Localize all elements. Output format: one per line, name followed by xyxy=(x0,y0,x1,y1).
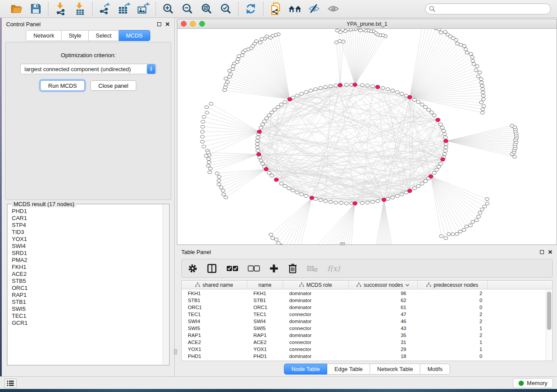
list-item[interactable]: PMA2 xyxy=(12,257,163,264)
list-item[interactable]: ACE2 xyxy=(12,271,163,278)
tab-motifs[interactable]: Motifs xyxy=(420,364,450,375)
show-columns-icon[interactable] xyxy=(207,263,217,274)
table-toolbar: f(x) xyxy=(181,259,553,278)
tab-network[interactable]: Network xyxy=(26,30,62,41)
table-row[interactable]: RAP1RAP1dominator352 xyxy=(182,332,546,339)
list-item[interactable]: SWI5 xyxy=(12,306,163,313)
list-item[interactable]: PHD1 xyxy=(12,208,163,215)
tab-style[interactable]: Style xyxy=(62,30,89,41)
table-scrollbar-thumb[interactable] xyxy=(547,292,551,330)
list-item[interactable]: FKH1 xyxy=(12,264,163,271)
table-scrollbar[interactable] xyxy=(546,290,552,361)
control-panel-tabs: NetworkStyleSelectMCDS xyxy=(2,30,174,41)
table-header-row: shared namenameMCDS rolesuccessor nodesp… xyxy=(182,281,552,289)
delete-column-icon[interactable] xyxy=(288,263,298,274)
attribute-type-icon xyxy=(426,282,431,287)
close-table-panel-icon[interactable]: ✕ xyxy=(548,249,553,255)
node-table: shared namenameMCDS rolesuccessor nodesp… xyxy=(181,280,553,361)
table-row[interactable]: YOX1YOX1connector291 xyxy=(182,346,546,353)
network-window-titlebar[interactable]: YPA_prune.txt_1 xyxy=(177,19,557,29)
list-item[interactable]: TID3 xyxy=(12,229,163,236)
table-row[interactable]: PHD1PHD1dominator180 xyxy=(182,353,546,360)
task-history-button[interactable] xyxy=(4,378,17,388)
network-window: YPA_prune.txt_1 xyxy=(177,19,557,245)
list-item[interactable]: CAR1 xyxy=(12,215,163,222)
list-item[interactable]: GCR1 xyxy=(12,320,163,327)
list-item[interactable]: RAP1 xyxy=(12,292,163,299)
export-image-icon[interactable] xyxy=(137,3,150,15)
zoom-in-icon[interactable] xyxy=(162,3,175,15)
table-panel: Table Panel ✕ f(x) shared namenameMC xyxy=(177,246,557,376)
tab-network-table[interactable]: Network Table xyxy=(370,364,420,375)
table-options-icon[interactable] xyxy=(188,264,197,273)
search-icon xyxy=(429,6,436,12)
close-panel-icon[interactable]: ✕ xyxy=(165,21,170,27)
attribute-type-icon xyxy=(356,282,361,287)
list-item[interactable]: ORC1 xyxy=(12,285,163,292)
list-item[interactable]: TEC1 xyxy=(12,313,163,320)
table-tabs: Node TableEdge TableNetwork TableMotifs xyxy=(177,364,557,375)
zoom-fit-icon[interactable] xyxy=(200,3,213,15)
column-header-name[interactable]: name xyxy=(247,281,283,289)
tab-select[interactable]: Select xyxy=(89,30,119,41)
mcds-result-title: MCDS result (17 nodes) xyxy=(12,201,76,207)
network-window-title: YPA_prune.txt_1 xyxy=(177,21,557,27)
zoom-out-icon[interactable] xyxy=(181,3,194,15)
function-builder-icon: f(x) xyxy=(327,264,340,273)
control-panel-title: Control Panel xyxy=(6,21,41,28)
panel-splitter-handle[interactable] xyxy=(174,349,177,354)
table-row[interactable]: ACE2ACE2connector311 xyxy=(182,339,546,346)
tab-mcds[interactable]: MCDS xyxy=(119,30,150,41)
table-row[interactable]: FKH1FKH1dominator962 xyxy=(182,290,546,297)
select-all-icon[interactable] xyxy=(226,265,239,272)
unselect-all-icon[interactable] xyxy=(248,265,260,272)
refresh-view-icon[interactable] xyxy=(244,3,257,15)
list-item[interactable]: STB1 xyxy=(12,299,163,306)
show-all-icon[interactable] xyxy=(327,3,340,15)
memory-label: Memory xyxy=(527,380,547,386)
destroy-table-icon xyxy=(307,265,318,272)
network-canvas[interactable] xyxy=(177,29,557,244)
desktop-background-bottom xyxy=(0,389,557,392)
tab-node-table[interactable]: Node Table xyxy=(284,364,328,375)
list-item[interactable]: SWI4 xyxy=(12,243,163,250)
save-session-icon[interactable] xyxy=(29,3,42,15)
column-header-shared-name[interactable]: shared name xyxy=(182,281,247,289)
open-session-icon[interactable] xyxy=(10,3,23,15)
table-row[interactable]: SWI5SWI5connector431 xyxy=(182,325,546,332)
mcds-panel: Optimization criterion: largest connecte… xyxy=(5,42,171,200)
import-network-icon[interactable] xyxy=(54,3,67,15)
float-table-panel-icon[interactable] xyxy=(540,250,544,254)
table-splitter-handle[interactable] xyxy=(340,242,345,245)
search-input[interactable] xyxy=(425,3,551,14)
table-body: FKH1FKH1dominator962STB1STB1dominator620… xyxy=(182,290,546,361)
column-header-mcds-role[interactable]: MCDS role xyxy=(283,281,349,289)
float-panel-icon[interactable] xyxy=(157,22,161,26)
list-item[interactable]: STB5 xyxy=(12,278,163,285)
control-panel: Control Panel ✕ NetworkStyleSelectMCDS O… xyxy=(2,18,175,376)
add-column-icon[interactable] xyxy=(269,264,279,273)
clone-network-icon[interactable] xyxy=(269,3,282,15)
list-item[interactable]: SRD1 xyxy=(12,250,163,257)
list-item[interactable]: YOX1 xyxy=(12,236,163,243)
column-header-successor-nodes[interactable]: successor nodes xyxy=(349,281,418,289)
table-row[interactable]: ORC1ORC1dominator610 xyxy=(182,304,546,311)
optimization-criterion-select[interactable]: largest connected component (undirected)… xyxy=(20,64,156,74)
table-row[interactable]: TEC1TEC1connector472 xyxy=(182,311,546,318)
run-mcds-button[interactable]: Run MCDS xyxy=(40,80,85,91)
first-neighbors-icon[interactable] xyxy=(288,3,301,15)
table-row[interactable]: SWI4SWI4dominator462 xyxy=(182,318,546,325)
column-header-predecessor-nodes[interactable]: predecessor nodes xyxy=(418,281,488,289)
export-network-icon[interactable] xyxy=(98,3,111,15)
zoom-selected-icon[interactable] xyxy=(219,3,232,15)
close-panel-button[interactable]: Close panel xyxy=(90,80,136,91)
table-row[interactable]: STB1STB1dominator620 xyxy=(182,297,546,304)
hide-selected-icon[interactable] xyxy=(308,3,321,15)
tab-edge-table[interactable]: Edge Table xyxy=(327,364,370,375)
import-table-icon[interactable] xyxy=(73,3,86,15)
memory-button[interactable]: Memory xyxy=(513,378,553,388)
mcds-result-scrollbar[interactable] xyxy=(163,205,169,364)
list-item[interactable]: STP4 xyxy=(12,222,163,229)
mcds-result-list[interactable]: PHD1CAR1STP4TID3YOX1SWI4SRD1PMA2FKH1ACE2… xyxy=(8,208,163,364)
export-table-icon[interactable] xyxy=(118,3,131,15)
